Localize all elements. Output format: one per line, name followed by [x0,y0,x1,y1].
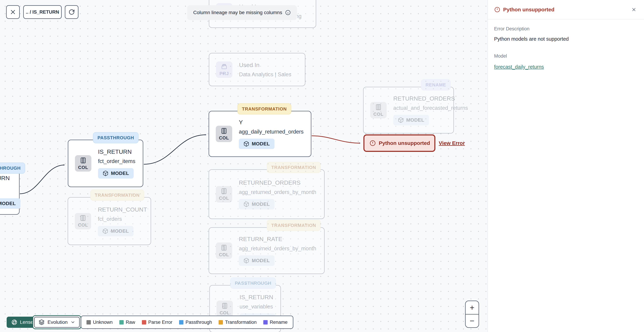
model-label: Model [494,53,638,59]
node-return-rate[interactable]: TRANSFORMATION COL RETURN_RATE agg_retur… [208,227,324,274]
badge-rename: RENAME [421,79,450,90]
legend-swatch [142,320,146,325]
legend-item-passthrough: Passthrough [179,320,212,325]
legend-item-transformation: Transformation [218,320,257,325]
node-subtitle: agg_returned_orders_by_month [239,245,316,252]
model-link[interactable]: forecast_daily_returns [494,64,544,70]
evolution-dropdown[interactable]: Evolution [32,315,81,329]
model-chip: MODEL [393,115,429,125]
refresh-icon [68,8,75,15]
badge-transformation: TRANSFORMATION [267,220,320,231]
error-chip-python-unsupported[interactable]: Python unsupported View Error [364,134,436,152]
legend-swatch [119,320,124,325]
node-title: RETURN_RATE [239,236,282,243]
col-icon [220,127,228,135]
edge-isreturn-to-y [144,135,206,164]
close-icon [631,7,636,12]
node-title: IS_RETURN [98,148,132,155]
edge-y-to-error [312,136,360,143]
badge-transformation: TRANSFORMATION [267,162,320,173]
cube-icon [102,170,108,176]
node-subtitle: use_variables [240,303,273,310]
node-y-agg-daily-returned-orders[interactable]: TRANSFORMATION COL Y agg_daily_returned_… [208,111,311,157]
column-icon: COL [216,126,232,142]
lens-legend: Unknown Raw Parse Error Passthrough Tran… [81,316,293,329]
error-description-text: Python models are not supported [494,36,638,42]
badge-passthrough: PASSTHROUGH [93,132,138,143]
cube-icon [244,201,249,207]
chevron-down-icon [70,320,75,325]
aperture-icon [11,319,18,325]
column-icon: COL [216,186,232,203]
evolution-label: Evolution [48,320,68,325]
node-subtitle: Data Analytics | Sales [239,71,291,78]
col-icon [221,302,228,310]
node-subtitle: fct_orders [98,216,122,222]
node-title: RETURNED_ORDERS [239,179,300,186]
error-detail-panel: Python unsupported Error Description Pyt… [488,0,644,332]
model-chip: MODEL [239,255,274,266]
alert-icon [369,140,376,146]
edge-upstream-to-isreturn [20,165,65,194]
badge-transformation: TRANSFORMATION [90,190,144,201]
col-icon [375,103,382,111]
info-icon[interactable] [285,9,291,15]
col-icon [79,214,87,222]
error-description-label: Error Description [494,26,638,31]
zoom-controls: + − [465,301,479,328]
panel-title: Python unsupported [503,7,554,12]
prj-icon [220,63,228,70]
badge-transformation: TRANSFORMATION [238,103,291,114]
view-error-link[interactable]: View Error [439,140,465,146]
zoom-in-button[interactable]: + [466,301,478,315]
cube-icon [244,258,249,264]
column-icon: COL [216,243,232,259]
alert-icon [494,6,500,13]
legend-item-unknown: Unknown [86,320,113,325]
breadcrumb[interactable]: .. / IS_RETURN [23,5,62,19]
col-icon [80,157,87,164]
layers-icon [38,319,45,325]
panel-header: Python unsupported [488,0,644,19]
node-returned-orders-forecast[interactable]: RENAME COL RETURNED_ORDERS actual_and_fo… [363,87,454,134]
badge-passthrough: PASSTHROUGH [230,278,276,289]
node-subtitle: actual_and_forecasted_returns [393,105,468,111]
node-used-in-sales[interactable]: PRJ Used In Data Analytics | Sales [209,53,306,86]
col-icon [220,244,228,251]
node-title: IS_RETURN [0,175,10,182]
zoom-out-button[interactable]: − [466,315,478,328]
lineage-warning-banner: Column lineage may be missing columns [187,5,297,20]
column-icon: COL [75,213,91,229]
node-subtitle: agg_daily_returned_orders [239,128,304,135]
node-returned-orders-by-month[interactable]: TRANSFORMATION COL RETURNED_ORDERS agg_r… [208,169,324,219]
node-title: RETURN_COUNT [98,206,147,213]
lineage-canvas[interactable]: PRJ Used In Data Analytics | Marketing P… [0,0,488,332]
col-icon [220,187,228,195]
error-chip-text: Python unsupported [379,140,430,146]
model-chip: MODEL [239,139,274,149]
close-icon [10,8,16,15]
panel-close-button[interactable] [630,6,638,13]
column-icon: COL [75,155,92,172]
cube-icon [102,228,108,234]
node-return-count[interactable]: TRANSFORMATION COL RETURN_COUNT fct_orde… [68,197,151,245]
node-is-return-upstream[interactable]: PASSTHROUGH COL IS_RETURN fct_order_item… [0,167,20,215]
legend-item-rename: Rename [263,320,288,325]
panel-body: Error Description Python models are not … [488,19,644,76]
legend-swatch [263,320,268,325]
legend-swatch [179,320,184,325]
project-icon: PRJ [216,61,232,78]
node-title: Y [239,119,243,126]
refresh-button[interactable] [65,5,78,19]
cube-icon [398,117,404,123]
close-lineage-button[interactable] [6,5,20,19]
node-subtitle: agg_returned_orders_by_month [239,189,316,196]
model-chip: MODEL [239,199,274,209]
column-icon: COL [370,102,387,118]
legend-item-parse-error: Parse Error [142,320,172,325]
node-subtitle: fct_order_items [98,158,136,165]
model-chip: MODEL [0,198,20,209]
node-is-return-fct-order-items[interactable]: PASSTHROUGH COL IS_RETURN fct_order_item… [68,140,143,187]
legend-item-raw: Raw [119,320,135,325]
model-chip: MODEL [98,168,134,179]
